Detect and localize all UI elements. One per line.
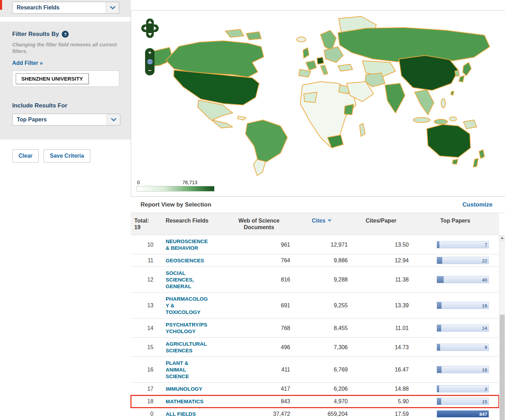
top-papers-dropdown[interactable]: Top Papers [12,114,120,126]
arctic-islands[interactable] [225,29,244,37]
country-mexico[interactable] [198,100,233,128]
sidebar-actions: Clear Save Criteria [0,140,131,163]
country-germany[interactable] [317,57,324,64]
report-header: Report View by Selection Customize [131,197,505,213]
region-west-africa[interactable] [304,92,317,103]
country-brazil[interactable] [246,120,287,162]
rank-cell: 16 [131,357,157,383]
cites-cell: 8,455 [293,318,351,338]
island-new-guinea[interactable] [463,120,477,129]
active-filter-box: SHENZHEN UNIVERSITY [12,70,119,87]
scrollbar-thumb[interactable] [500,315,505,420]
top-papers-value: 14 [482,325,487,331]
top-papers-value: 3 [484,385,487,392]
save-criteria-button[interactable]: Save Criteria [44,149,90,163]
island-tasmania[interactable] [452,159,458,164]
island-sulawesi[interactable] [450,117,457,121]
top-papers-value: 22 [482,257,487,264]
country-russia[interactable] [338,28,490,62]
add-filter-link[interactable]: Add Filter » [12,60,43,66]
top-papers-bar: 16 [437,302,489,309]
field-link[interactable]: PSYCHIATRY/PSYCHOLOGY [166,321,209,335]
field-link[interactable]: PHARMACOLOGY & TOXICOLOGY [166,295,209,315]
report-title: Report View by Selection [141,201,211,208]
scrollbar-up-button[interactable] [499,235,505,241]
table-row: 16 PLANT & ANIMAL SCIENCE 411 6,769 16.4… [131,357,499,383]
region-scandinavia[interactable] [321,30,336,50]
column-header-cites-per-paper[interactable]: Cites/Paper [351,213,412,235]
arctic-islands[interactable] [246,32,261,40]
table-header-row: Total: 19 Research Fields Web of Science… [131,213,499,235]
field-link[interactable]: GEOSCIENCES [166,257,204,264]
report-table-area: Total: 19 Research Fields Web of Science… [131,213,505,420]
country-spain[interactable] [299,69,311,77]
legend-min-label: 0 [137,180,140,185]
country-philippines[interactable] [441,99,445,108]
field-link[interactable]: IMMUNOLOGY [166,385,202,392]
world-map[interactable] [131,13,501,187]
rank-cell: 12 [131,267,157,293]
region-indochina[interactable] [415,90,434,115]
documents-cell: 411 [225,357,293,383]
field-link[interactable]: ALL FIELDS [166,411,196,417]
total-count-label: Total: 19 [131,213,157,235]
field-link[interactable]: MATHEMATICS [166,398,204,405]
active-filter-chip[interactable]: SHENZHEN UNIVERSITY [16,73,89,84]
island-borneo[interactable] [434,119,447,124]
field-link[interactable]: SOCIAL SCIENCES, GENERAL [166,270,209,290]
country-iceland[interactable] [297,37,306,42]
clear-button[interactable]: Clear [12,149,39,163]
country-cuba[interactable] [238,116,246,120]
zoom-in-button[interactable]: + [148,50,152,55]
country-japan[interactable] [463,62,471,76]
help-icon[interactable]: ? [62,31,69,38]
country-turkey[interactable] [338,64,353,71]
cites-cell: 9,886 [293,254,351,267]
field-link[interactable]: NEUROSCIENCE & BEHAVIOR [166,238,209,251]
rank-cell: 17 [131,383,157,395]
top-papers-bar: 40 [437,276,489,283]
rank-cell: 0 [131,408,157,420]
region-eastern-europe[interactable] [324,47,343,62]
column-header-cites[interactable]: Cites [293,213,351,235]
table-scrollbar[interactable] [499,235,505,420]
column-header-documents[interactable]: Web of Science Documents [225,213,293,235]
top-papers-bar: 22 [437,257,489,264]
table-row: 13 PHARMACOLOGY & TOXICOLOGY 691 9,255 1… [131,293,499,318]
country-uk[interactable] [303,48,309,58]
country-korea[interactable] [455,70,459,76]
customize-link[interactable]: Customize [462,201,492,208]
map-pan-control[interactable] [141,18,159,38]
field-link[interactable]: PLANT & ANIMAL SCIENCE [166,360,209,380]
country-taiwan[interactable] [451,91,454,95]
country-india[interactable] [385,83,405,113]
region-east-africa[interactable] [344,104,354,115]
region-southern-cone[interactable] [254,159,265,175]
globe-icon[interactable] [147,59,153,65]
country-madagascar[interactable] [360,123,365,136]
world-map-panel: + − 0 76,713 [131,10,505,197]
country-new-zealand[interactable] [473,158,478,167]
island-sumatra[interactable] [413,118,430,122]
top-papers-bar: 15 [437,398,489,405]
country-italy[interactable] [321,65,328,75]
main-content: + − 0 76,713 Report Vi [131,0,505,420]
zoom-out-button[interactable]: − [148,68,152,74]
table-row: 17 IMMUNOLOGY 417 6,206 14.88 3 [131,383,499,395]
include-results-title: Include Results For [12,102,67,109]
top-papers-bar: 3 [437,385,489,392]
country-japan[interactable] [459,76,464,82]
country-france[interactable] [306,61,316,70]
column-header-top-papers[interactable]: Top Papers [412,213,499,235]
field-selector-section: Research Fields [0,0,131,17]
field-link[interactable]: AGRICULTURAL SCIENCES [166,340,209,354]
country-australia[interactable] [427,125,470,157]
research-fields-dropdown[interactable]: Research Fields [12,2,119,14]
country-china[interactable] [399,55,458,90]
cites-per-paper-cell: 5.90 [351,395,412,408]
documents-cell: 816 [225,267,293,293]
rank-cell: 10 [131,235,157,254]
legend-gradient-bar [136,186,214,192]
documents-cell: 961 [225,235,293,254]
country-new-zealand[interactable] [479,150,484,158]
